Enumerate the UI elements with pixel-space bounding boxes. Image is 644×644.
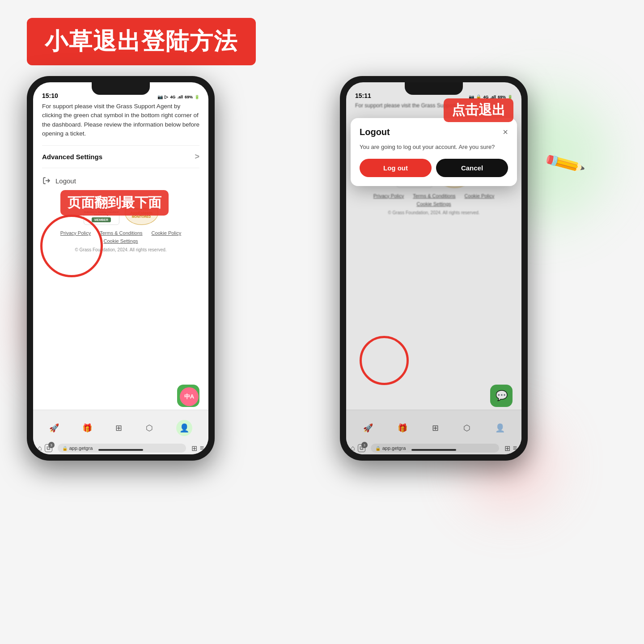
left-amtso-badge: ◆amtso the cybersecurity industry's test… bbox=[84, 200, 119, 225]
left-tab-person[interactable]: 👤 bbox=[176, 420, 192, 436]
left-advanced-settings-label: Advanced Settings bbox=[42, 153, 102, 161]
left-cookie-link[interactable]: Cookie Policy bbox=[152, 230, 182, 236]
left-terms-link[interactable]: Terms & Conditions bbox=[100, 230, 142, 236]
right-dialog-header: Logout × bbox=[360, 127, 508, 137]
right-phone-inner: 15:11 📷 🔒 4G .all 69% 🔋 For support plea… bbox=[346, 82, 521, 454]
right-phone-frame: 15:11 📷 🔒 4G .all 69% 🔋 For support plea… bbox=[340, 76, 528, 461]
left-tab-box[interactable]: ⬡ bbox=[146, 423, 153, 433]
left-nav-home[interactable]: ⌂ bbox=[38, 444, 42, 452]
left-status-time: 15:10 bbox=[42, 92, 58, 99]
left-copyright: © Grass Foundation, 2024. All rights res… bbox=[42, 247, 199, 252]
title-text: 小草退出登陆方法 bbox=[45, 28, 238, 54]
left-translate-icon[interactable]: 中A bbox=[180, 387, 199, 406]
left-browser-bottom: 🚀 🎁 ⊞ ⬡ 👤 ⌂ ⧉ 3 🔒 app.getgra bbox=[33, 410, 208, 454]
left-logout-row[interactable]: Logout bbox=[42, 168, 199, 193]
left-address-text: app.getgra bbox=[69, 445, 93, 451]
right-dialog-body: You are going to log out your account. A… bbox=[360, 143, 508, 152]
left-status-icons: 📷 ▷ 4G .all 69% 🔋 bbox=[157, 94, 199, 99]
left-browser-tabs: 🚀 🎁 ⊞ ⬡ 👤 bbox=[33, 410, 208, 444]
left-tab-rocket[interactable]: 🚀 bbox=[49, 423, 59, 433]
right-pencil-annotation: ✏️ bbox=[542, 141, 587, 186]
left-phone-wrapper: 15:10 📷 ▷ 4G .all 69% 🔋 For support plea… bbox=[27, 76, 215, 461]
right-dialog-buttons: Log out Cancel bbox=[360, 159, 508, 177]
right-dialog-title: Logout bbox=[360, 127, 390, 137]
left-arrow-icon: > bbox=[195, 152, 199, 161]
left-privacy-link[interactable]: Privacy Policy bbox=[60, 230, 91, 236]
left-badges-row: ◆amtso the cybersecurity industry's test… bbox=[42, 200, 199, 225]
left-nav-menu[interactable]: ≡ bbox=[200, 444, 204, 452]
title-banner: 小草退出登陆方法 bbox=[27, 18, 256, 65]
left-logout-icon bbox=[42, 176, 51, 185]
right-logout-dialog: Logout × You are going to log out your a… bbox=[351, 118, 517, 186]
left-address-bar[interactable]: 🔒 app.getgra bbox=[58, 444, 186, 453]
left-phone-notch bbox=[92, 82, 150, 95]
left-phone-content: For support please visit the Grass Suppo… bbox=[33, 102, 208, 410]
left-home-indicator bbox=[98, 449, 143, 451]
left-appesteem-badge: TRUSTED AppEsteem MONITORED bbox=[125, 200, 158, 225]
left-advanced-settings[interactable]: Advanced Settings > bbox=[42, 145, 199, 168]
right-dialog-close-button[interactable]: × bbox=[503, 127, 508, 137]
left-logout-label: Logout bbox=[55, 177, 76, 185]
left-phone-inner: 15:10 📷 ▷ 4G .all 69% 🔋 For support plea… bbox=[33, 82, 208, 454]
left-settings-link[interactable]: Cookie Settings bbox=[103, 238, 138, 244]
right-phone-wrapper: 15:11 📷 🔒 4G .all 69% 🔋 For support plea… bbox=[340, 76, 617, 461]
right-cancel-button[interactable]: Cancel bbox=[436, 159, 508, 177]
left-support-text: For support please visit the Grass Suppo… bbox=[42, 102, 199, 138]
left-nav-tabs[interactable]: ⧉ 3 bbox=[45, 444, 52, 452]
left-phone-frame: 15:10 📷 ▷ 4G .all 69% 🔋 For support plea… bbox=[27, 76, 215, 461]
left-nav-grid[interactable]: ⊞ bbox=[191, 444, 197, 453]
left-tab-grid[interactable]: ⊞ bbox=[115, 423, 122, 433]
left-footer-links: Privacy Policy Terms & Conditions Cookie… bbox=[42, 230, 199, 244]
right-logout-button[interactable]: Log out bbox=[360, 159, 432, 177]
left-tab-gift[interactable]: 🎁 bbox=[82, 423, 92, 433]
